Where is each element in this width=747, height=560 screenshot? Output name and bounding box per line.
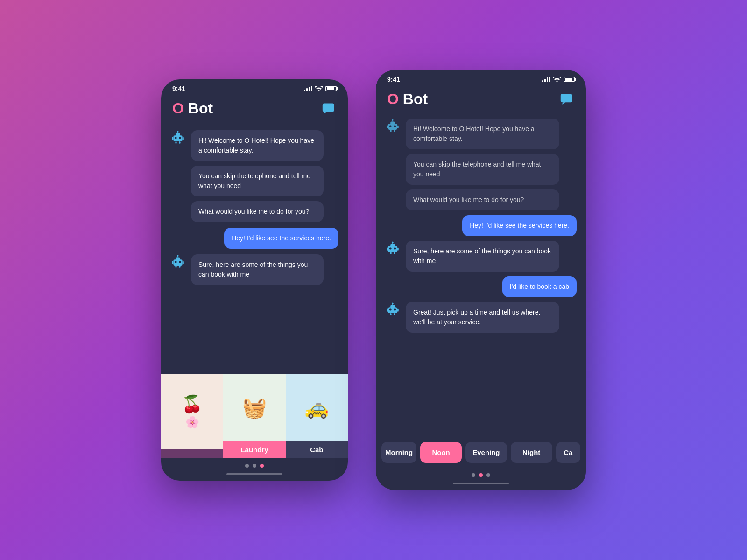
dot-r2[interactable]: [479, 473, 483, 477]
time-right: 9:41: [387, 76, 400, 83]
svg-point-37: [392, 242, 393, 243]
bot-bubble-r0: Hi! Welcome to O Hotel! Hope you have a …: [406, 119, 559, 149]
svg-marker-1: [324, 112, 328, 114]
bot-messages-2: Sure, here are some of the things you ca…: [191, 254, 338, 285]
svg-rect-21: [179, 266, 180, 268]
dot-3[interactable]: [260, 464, 264, 468]
dot-r1[interactable]: [472, 473, 475, 477]
svg-rect-19: [183, 261, 184, 264]
status-icons-right: [542, 77, 575, 82]
bot-bubble-r1: You can skip the telephone and tell me w…: [406, 154, 559, 185]
bot-row-r0: Hi! Welcome to O Hotel! Hope you have a …: [385, 119, 577, 210]
signal-icon: [304, 86, 312, 91]
svg-rect-28: [389, 125, 392, 127]
bot-bubble-3: What would you like me to do for you?: [191, 201, 324, 222]
bot-row-r2: Sure, here are some of the things you ca…: [385, 241, 577, 272]
svg-point-15: [177, 255, 178, 257]
svg-rect-13: [176, 257, 180, 260]
user-row-r1: Hey! I'd like see the services here.: [385, 215, 577, 236]
user-bubble-r1: Hey! I'd like see the services here.: [462, 215, 577, 236]
svg-rect-31: [397, 125, 399, 128]
bot-bubble-2: You can skip the telephone and tell me w…: [191, 166, 324, 196]
svg-rect-50: [387, 308, 388, 311]
bot-messages-1: Hi! Welcome to O Hotel! Hope you have a …: [191, 130, 338, 222]
svg-rect-25: [390, 121, 395, 124]
bot-row-2: Sure, here are some of the things you ca…: [170, 254, 338, 285]
svg-rect-33: [394, 130, 395, 132]
status-bar-left: 9:41: [161, 79, 348, 96]
bot-avatar-2: [170, 254, 185, 269]
dot-r3[interactable]: [486, 473, 490, 477]
svg-rect-18: [172, 261, 173, 264]
svg-rect-20: [175, 266, 176, 268]
svg-rect-3: [176, 133, 180, 136]
svg-rect-16: [175, 261, 177, 263]
bot-bubble-r2: What would you like me to do for you?: [406, 189, 559, 210]
card-laundry-image: 🧺: [223, 374, 285, 441]
card-food[interactable]: 🍒 🌸: [161, 374, 223, 458]
svg-rect-45: [390, 305, 395, 308]
time-btn-night[interactable]: Night: [511, 442, 552, 463]
app-header-right: O Bot: [376, 87, 586, 115]
signal-icon-right: [542, 77, 550, 82]
svg-rect-29: [394, 125, 396, 127]
svg-rect-7: [179, 137, 181, 139]
home-indicator-left: [226, 473, 282, 475]
dot-1[interactable]: [245, 464, 249, 468]
svg-point-47: [392, 303, 393, 304]
time-btn-morning[interactable]: Morning: [381, 442, 416, 463]
phone-left: 9:41 O Bot: [161, 79, 348, 481]
svg-rect-0: [323, 103, 334, 112]
app-title-left: O Bot: [172, 100, 213, 117]
svg-rect-53: [394, 313, 395, 315]
svg-rect-11: [179, 141, 180, 144]
svg-rect-32: [390, 130, 391, 132]
bot-avatar-1: [170, 130, 185, 145]
app-header-left: O Bot: [161, 96, 348, 125]
svg-rect-8: [172, 137, 173, 140]
user-bubble-r2: I'd like to book a cab: [502, 276, 577, 297]
pagination-left: [161, 458, 348, 471]
bot-bubble-4: Sure, here are some of the things you ca…: [191, 254, 324, 285]
svg-rect-42: [390, 252, 391, 254]
chat-bubble-icon-left[interactable]: [322, 102, 337, 115]
time-btn-noon[interactable]: Noon: [420, 442, 462, 463]
card-food-label: [161, 449, 223, 458]
bot-avatar-r2: [385, 241, 400, 256]
svg-marker-23: [562, 102, 566, 105]
user-bubble-1: Hey! I'd like see the services here.: [224, 228, 338, 249]
svg-rect-40: [387, 247, 388, 250]
time-btn-evening[interactable]: Evening: [465, 442, 507, 463]
chat-area-left: Hi! Welcome to O Hotel! Hope you have a …: [161, 125, 348, 374]
svg-point-27: [392, 119, 393, 121]
phone-right: 9:41 O Bot: [376, 70, 586, 490]
bot-bubble-r3: Sure, here are some of the things you ca…: [406, 241, 559, 272]
time-btn-ca[interactable]: Ca: [556, 442, 580, 463]
svg-rect-35: [390, 244, 395, 246]
bot-bubble-1: Hi! Welcome to O Hotel! Hope you have a …: [191, 130, 324, 161]
svg-rect-9: [183, 137, 184, 140]
svg-rect-41: [397, 247, 399, 250]
svg-point-5: [177, 131, 178, 133]
svg-rect-49: [394, 308, 396, 310]
card-cab-label: Cab: [286, 441, 348, 458]
svg-rect-22: [561, 94, 572, 102]
dot-2[interactable]: [253, 464, 256, 468]
bot-messages-r0: Hi! Welcome to O Hotel! Hope you have a …: [406, 119, 577, 210]
svg-rect-52: [390, 313, 391, 315]
card-laundry[interactable]: 🧺 Laundry: [223, 374, 285, 458]
title-o-left: O: [172, 100, 184, 117]
service-cards: 🍒 🌸 🧺 Laundry 🚕 Cab: [161, 374, 348, 458]
card-cab[interactable]: 🚕 Cab: [286, 374, 348, 458]
chat-bubble-icon-right[interactable]: [560, 93, 575, 106]
user-row-r2: I'd like to book a cab: [385, 276, 577, 297]
time-left: 9:41: [172, 85, 185, 92]
svg-rect-51: [397, 308, 399, 311]
svg-rect-6: [175, 137, 177, 139]
wifi-icon: [315, 86, 323, 91]
svg-rect-17: [179, 261, 181, 263]
user-row-1: Hey! I'd like see the services here.: [170, 228, 338, 249]
svg-rect-38: [389, 247, 392, 249]
bot-bubble-r4: Great! Just pick up a time and tell us w…: [406, 302, 559, 333]
pagination-right: [376, 468, 586, 481]
